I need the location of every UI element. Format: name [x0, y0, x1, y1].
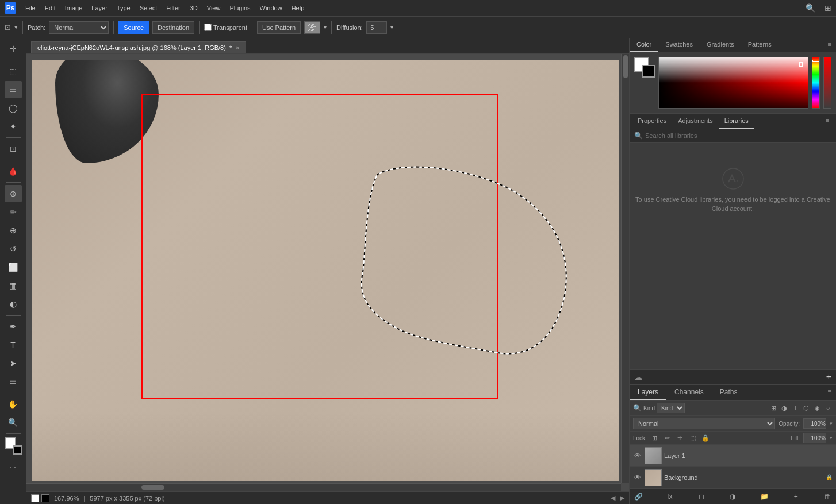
rect-select-tool[interactable]: ▭	[5, 81, 22, 98]
menu-3d[interactable]: 3D	[190, 5, 198, 11]
lasso-tool[interactable]: ◯	[5, 99, 22, 117]
horizontal-scrollbar[interactable]	[26, 483, 621, 491]
libraries-tab[interactable]: Libraries	[719, 114, 754, 129]
lock-all-icon[interactable]: 🔒	[701, 433, 710, 443]
background-color-swatch[interactable]	[642, 65, 655, 78]
use-pattern-button[interactable]: Use Pattern	[257, 21, 301, 34]
properties-tab[interactable]: Properties	[632, 114, 672, 129]
blend-mode-dropdown[interactable]: Normal Dissolve Multiply	[633, 418, 775, 429]
transparent-checkbox[interactable]: Transparent	[204, 24, 247, 31]
canvas-tab[interactable]: eliott-reyna-jCEpN62oWL4-unsplash.jpg @ …	[31, 41, 246, 53]
diffusion-input[interactable]	[366, 21, 387, 34]
menu-file[interactable]: File	[25, 5, 36, 11]
menu-edit[interactable]: Edit	[45, 5, 56, 11]
dodge-tool[interactable]: ◐	[5, 295, 22, 313]
type-filter-icon[interactable]: T	[791, 403, 800, 413]
new-group-button[interactable]: 📁	[759, 491, 769, 502]
add-mask-button[interactable]: ◻	[696, 491, 707, 502]
destination-button[interactable]: Destination	[152, 21, 194, 34]
move-tool[interactable]: ✛	[5, 40, 22, 57]
scroll-right-btn[interactable]: ▶	[620, 494, 624, 502]
delete-layer-button[interactable]: 🗑	[822, 491, 833, 502]
menu-plugins[interactable]: Plugins	[229, 5, 250, 11]
pen-tool[interactable]: ✒	[5, 318, 22, 335]
healing-tool[interactable]: ⊕	[5, 185, 22, 202]
lock-pixels-icon[interactable]: ⊞	[650, 433, 659, 443]
eraser-tool[interactable]: ⬜	[5, 259, 22, 276]
canvas-container[interactable]	[26, 54, 629, 491]
filter-toggle[interactable]: ○	[823, 403, 833, 413]
menu-view[interactable]: View	[207, 5, 221, 11]
opacity-dropdown-arrow[interactable]: ▾	[830, 421, 833, 426]
layers-tab[interactable]: Layers	[630, 385, 666, 400]
type-tool[interactable]: T	[5, 336, 22, 353]
source-button[interactable]: Source	[118, 21, 149, 34]
scroll-left-btn[interactable]: ◀	[611, 494, 615, 502]
shape-tool[interactable]: ▭	[5, 373, 22, 390]
paths-tab[interactable]: Paths	[712, 385, 746, 400]
search-icon[interactable]: 🔍	[806, 3, 815, 13]
layer-kind-dropdown[interactable]: Kind	[657, 403, 685, 413]
tab-close-button[interactable]: ✕	[235, 45, 240, 51]
menu-help[interactable]: Help	[292, 5, 305, 11]
menu-image[interactable]: Image	[65, 5, 83, 11]
patch-mode-dropdown[interactable]: Normal Content-Aware	[49, 21, 109, 34]
layer-item-layer1[interactable]: 👁 Layer 1	[630, 445, 836, 467]
swatches-tab[interactable]: Swatches	[658, 38, 700, 52]
patterns-tab[interactable]: Patterns	[741, 38, 779, 52]
alpha-strip[interactable]	[823, 57, 831, 109]
eyedropper-tool[interactable]: 🩸	[5, 163, 22, 180]
layer-visibility-layer1[interactable]: 👁	[633, 452, 642, 460]
layer-item-background[interactable]: 👁 Background 🔒	[630, 467, 836, 488]
diffusion-arrow[interactable]: ▾	[390, 24, 393, 30]
color-picker-gradient[interactable]	[658, 57, 808, 109]
canvas-image[interactable]	[32, 60, 619, 481]
menu-type[interactable]: Type	[117, 5, 131, 11]
gradients-tab[interactable]: Gradients	[700, 38, 741, 52]
transparent-input[interactable]	[204, 24, 212, 31]
library-search-input[interactable]	[645, 132, 831, 139]
path-select-tool[interactable]: ➤	[5, 355, 22, 372]
add-style-button[interactable]: fx	[665, 491, 675, 502]
scrollbar-thumb-v[interactable]	[623, 55, 628, 78]
menu-select[interactable]: Select	[140, 5, 158, 11]
layer-visibility-background[interactable]: 👁	[633, 474, 642, 482]
opacity-input[interactable]	[803, 418, 826, 429]
pattern-preview[interactable]: 🌫	[304, 21, 320, 34]
channels-tab[interactable]: Channels	[666, 385, 712, 400]
new-layer-button[interactable]: +	[791, 491, 801, 502]
gradient-tool[interactable]: ▦	[5, 277, 22, 294]
menu-layer[interactable]: Layer	[91, 5, 108, 11]
color-hue-strip[interactable]	[812, 57, 820, 109]
more-tools[interactable]: …	[5, 457, 22, 474]
add-library-button[interactable]: +	[826, 372, 831, 382]
adjustments-tab[interactable]: Adjustments	[672, 114, 719, 129]
fill-input[interactable]	[803, 433, 826, 443]
adjustment-filter-icon[interactable]: ◑	[780, 403, 789, 413]
pattern-arrow-icon[interactable]: ▾	[324, 24, 327, 30]
shape-filter-icon[interactable]: ⬡	[802, 403, 811, 413]
artboard-tool[interactable]: ⬚	[5, 63, 22, 80]
menu-window[interactable]: Window	[260, 5, 282, 11]
magic-wand-tool[interactable]: ✦	[5, 118, 22, 135]
history-brush-tool[interactable]: ↺	[5, 240, 22, 257]
menu-filter[interactable]: Filter	[166, 5, 180, 11]
arrange-icon[interactable]: ⊞	[825, 3, 831, 13]
new-adjustment-button[interactable]: ◑	[727, 491, 738, 502]
layers-menu-icon[interactable]: ≡	[823, 385, 836, 400]
smart-filter-icon[interactable]: ◈	[812, 403, 822, 413]
link-layers-button[interactable]: 🔗	[633, 491, 643, 502]
lock-move-icon[interactable]: ✛	[676, 433, 685, 443]
scrollbar-thumb-h[interactable]	[141, 485, 164, 490]
fg-bg-color-selector[interactable]	[5, 437, 22, 455]
vertical-scrollbar[interactable]	[621, 54, 629, 483]
color-tab[interactable]: Color	[630, 38, 658, 52]
clone-stamp-tool[interactable]: ⊕	[5, 222, 22, 239]
zoom-tool[interactable]: 🔍	[5, 414, 22, 431]
panel-nav-menu[interactable]: ≡	[821, 114, 834, 129]
crop-tool[interactable]: ⊡	[5, 140, 22, 157]
panel-menu-icon[interactable]: ≡	[823, 38, 836, 52]
background-swatch[interactable]	[13, 445, 22, 455]
fill-dropdown-arrow[interactable]: ▾	[830, 435, 833, 441]
brush-tool[interactable]: ✏	[5, 203, 22, 221]
